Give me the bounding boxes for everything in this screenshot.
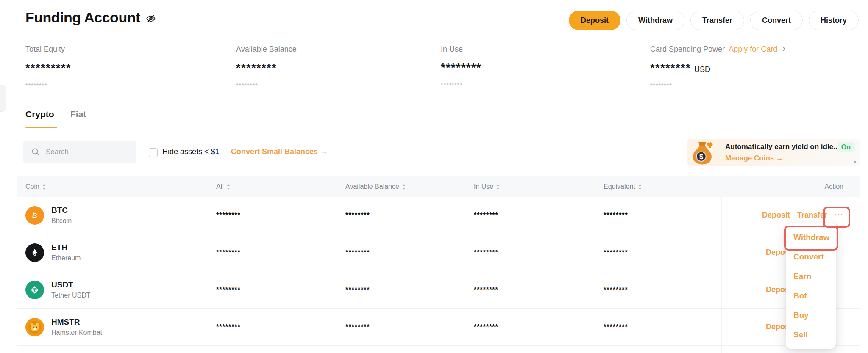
table-row-btc: B BTC Bitcoin ******** ******** ********… (17, 197, 860, 234)
stat-in-use: In Use ******** ******** (441, 45, 640, 88)
coin-cell: USDT Tether USDT (25, 280, 216, 299)
banner-title: Automatically earn yield on idle... (725, 143, 839, 151)
coin-symbol: BTC (51, 206, 72, 215)
stat-card-spending-power: Card Spending PowerApply for Card› *****… (650, 45, 862, 89)
cell-available: ******** (345, 286, 474, 294)
stat-value-masked: ******** (441, 61, 640, 74)
search-box[interactable] (23, 141, 136, 163)
search-icon (31, 148, 40, 156)
table-row-eth: ETH Ethereum ******** ******** ******** … (17, 234, 860, 271)
column-header-all[interactable]: All (216, 183, 345, 190)
section-divider (17, 105, 868, 105)
action-column-divider (721, 197, 722, 353)
hide-assets-checkbox[interactable] (149, 148, 158, 157)
cell-equivalent: ******** (604, 249, 721, 256)
stat-value-masked: ********* (25, 62, 225, 75)
more-actions-button[interactable]: ··· (835, 211, 843, 220)
btc-coin-icon: B (25, 206, 44, 225)
table-header: Coin All Available Balance In Use Equiva… (17, 176, 860, 197)
sort-icon (42, 184, 46, 190)
page-title-text: Funding Account (25, 9, 140, 26)
funding-account-page: { "colors":{ "accent_orange":"#f6a31d", … (0, 0, 868, 353)
cell-in-use: ******** (474, 286, 604, 294)
cell-equivalent: ******** (604, 212, 721, 219)
cell-equivalent: ******** (604, 286, 721, 294)
row-deposit-link[interactable]: Deposit (762, 211, 790, 220)
cell-all: ******** (216, 249, 345, 256)
action-cell: Deposit Transfer ··· (721, 211, 860, 220)
transfer-button[interactable]: Transfer (690, 11, 744, 30)
apply-for-card-link[interactable]: Apply for Card (729, 45, 777, 53)
coin-name: Ethereum (51, 254, 81, 262)
stat-available-balance: Available Balance ******** ******** (236, 45, 435, 89)
stat-label: Card Spending Power (650, 45, 725, 55)
row-transfer-link[interactable]: Transfer (797, 211, 827, 220)
coin-name: Tether USDT (51, 292, 90, 299)
hide-assets-label: Hide assets < $1 (162, 147, 220, 156)
cell-all: ******** (216, 212, 345, 219)
column-header-action: Action (721, 183, 860, 190)
coin-name: Hamster Kombat (51, 329, 102, 336)
stat-label: Total Equity (25, 45, 65, 55)
menu-item-withdraw[interactable]: Withdraw (786, 228, 836, 247)
tab-crypto[interactable]: Crypto (25, 109, 54, 119)
usdt-coin-icon (25, 281, 44, 299)
manage-coins-link[interactable]: Manage Coins → (725, 154, 783, 163)
banner-status-badge: On (837, 142, 855, 152)
stat-sub-masked: ******** (650, 82, 862, 89)
convert-button[interactable]: Convert (750, 11, 803, 30)
svg-text:B: B (32, 211, 38, 219)
column-header-in-use[interactable]: In Use (474, 183, 604, 190)
cell-available: ******** (345, 249, 474, 256)
eye-off-icon[interactable] (145, 13, 156, 24)
menu-item-earn[interactable]: Earn (786, 267, 836, 286)
coin-cell: ETH Ethereum (25, 243, 216, 262)
column-header-equivalent[interactable]: Equivalent (604, 183, 721, 190)
coin-symbol: USDT (51, 280, 90, 290)
yield-banner[interactable]: $ Automatically earn yield on idle... On… (687, 139, 860, 166)
stat-sub-masked: ******** (236, 82, 435, 89)
sort-icon (496, 184, 500, 190)
cell-available: ******** (345, 323, 474, 331)
svg-text:$: $ (699, 153, 703, 160)
tab-fiat[interactable]: Fiat (70, 109, 86, 119)
coin-cell: B BTC Bitcoin (25, 206, 216, 225)
coin-symbol: HMSTR (51, 317, 102, 327)
menu-item-bot[interactable]: Bot (786, 286, 836, 306)
cell-all: ******** (216, 286, 345, 294)
cell-in-use: ******** (474, 249, 604, 256)
column-header-available-balance[interactable]: Available Balance (345, 183, 474, 190)
cell-in-use: ******** (474, 323, 604, 331)
cell-available: ******** (345, 212, 474, 219)
stat-value-masked: ********USD (650, 62, 862, 75)
menu-item-convert[interactable]: Convert (786, 247, 836, 267)
stat-total-equity: Total Equity ********* ******** (25, 45, 225, 89)
cell-in-use: ******** (474, 212, 604, 219)
sort-icon (402, 184, 406, 190)
hmstr-coin-icon (25, 318, 44, 336)
coin-cell: HMSTR Hamster Kombat (25, 317, 216, 336)
withdraw-button[interactable]: Withdraw (626, 11, 684, 30)
stat-sub-masked: ******** (441, 82, 640, 88)
table-row-usdt: USDT Tether USDT ******** ******** *****… (17, 271, 860, 309)
deposit-button[interactable]: Deposit (569, 11, 620, 30)
stat-sub-masked: ******** (25, 82, 225, 89)
carousel-dot (854, 161, 856, 163)
stat-currency-unit: USD (694, 65, 710, 74)
menu-item-sell[interactable]: Sell (786, 325, 836, 345)
active-tab-indicator (25, 127, 57, 128)
eth-coin-icon (25, 243, 44, 262)
stat-label: In Use (441, 45, 463, 55)
column-header-coin[interactable]: Coin (25, 183, 216, 190)
sidebar-collapse-handle[interactable] (0, 85, 6, 112)
search-input[interactable] (45, 147, 127, 157)
table-row-hmstr: HMSTR Hamster Kombat ******** ******** *… (17, 309, 860, 346)
convert-small-balances-link[interactable]: Convert Small Balances → (231, 147, 328, 156)
stat-value-masked: ******** (236, 62, 435, 75)
money-bag-icon: $ (690, 140, 715, 165)
chevron-right-icon[interactable]: › (782, 43, 785, 54)
menu-item-buy[interactable]: Buy (786, 306, 836, 325)
header-actions: Deposit Withdraw Transfer Convert Histor… (569, 11, 859, 30)
history-button[interactable]: History (809, 11, 859, 30)
coin-symbol: ETH (51, 243, 81, 252)
